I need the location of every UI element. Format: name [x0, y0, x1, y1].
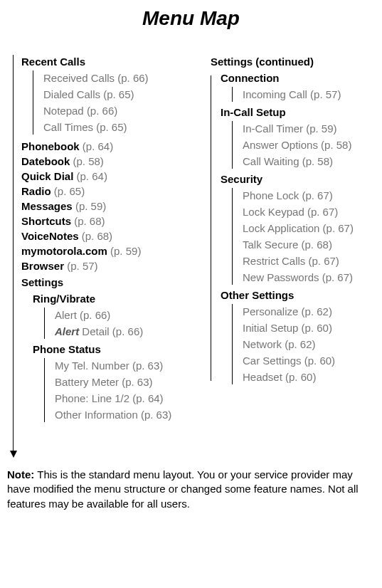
list-item: Network (p. 62) — [243, 337, 375, 352]
heading-security: Security — [221, 173, 375, 185]
list-item: My Tel. Number (p. 63) — [55, 358, 186, 373]
note-text: This is the standard menu layout. You or… — [7, 468, 359, 510]
entry-radio: Radio (p. 65) — [21, 185, 186, 197]
entry-voicenotes: VoiceNotes (p. 68) — [21, 230, 186, 242]
arrow-down-icon — [10, 451, 17, 458]
phone-status-block: My Tel. Number (p. 63) Battery Meter (p.… — [44, 358, 186, 422]
other-settings-block: Personalize (p. 62) Initial Setup (p. 60… — [232, 304, 375, 384]
heading-ring-vibrate: Ring/Vibrate — [33, 293, 186, 305]
recent-calls-block: Received Calls (p. 66) Dialed Calls (p. … — [33, 70, 186, 135]
list-item: Personalize (p. 62) — [243, 304, 375, 319]
list-item: In-Call Timer (p. 59) — [243, 121, 375, 136]
entry-mymotorola: mymotorola.com (p. 59) — [21, 245, 186, 257]
list-item: Received Calls (p. 66) — [43, 70, 186, 85]
list-item: Dialed Calls (p. 65) — [43, 87, 186, 102]
list-item: Car Settings (p. 60) — [243, 353, 375, 368]
right-column: Settings (continued) Connection Incoming… — [207, 51, 375, 451]
footer-note: Note: This is the standard menu layout. … — [7, 468, 375, 511]
list-item: Other Information (p. 63) — [55, 407, 186, 422]
entry-phonebook: Phonebook (p. 64) — [21, 140, 186, 152]
heading-phone-status: Phone Status — [33, 343, 186, 355]
in-call-setup-block: In-Call Timer (p. 59) Answer Options (p.… — [232, 121, 375, 169]
heading-in-call-setup: In-Call Setup — [221, 106, 375, 118]
list-item: Incoming Call (p. 57) — [243, 87, 375, 102]
list-item: Call Times (p. 65) — [43, 120, 186, 135]
entry-messages: Messages (p. 59) — [21, 200, 186, 212]
entry-quick-dial: Quick Dial (p. 64) — [21, 170, 186, 182]
list-item: Answer Options (p. 58) — [243, 137, 375, 152]
ring-vibrate-block: Alert (p. 66) Alert Detail (p. 66) — [44, 308, 186, 339]
tree-line — [13, 55, 14, 451]
connection-block: Incoming Call (p. 57) — [232, 87, 375, 102]
list-item: Headset (p. 60) — [243, 369, 375, 384]
security-block: Phone Lock (p. 67) Lock Keypad (p. 67) L… — [232, 188, 375, 285]
list-item: Initial Setup (p. 60) — [243, 320, 375, 335]
entry-browser: Browser (p. 57) — [21, 260, 186, 272]
list-item: New Passwords (p. 67) — [243, 270, 375, 285]
list-item: Call Waiting (p. 58) — [243, 154, 375, 169]
entry-datebook: Datebook (p. 58) — [21, 155, 186, 167]
heading-other-settings: Other Settings — [221, 289, 375, 301]
entry-shortcuts: Shortcuts (p. 68) — [21, 215, 186, 227]
heading-connection: Connection — [221, 72, 375, 84]
heading-settings-continued: Settings (continued) — [211, 56, 375, 68]
list-item: Battery Meter (p. 63) — [55, 374, 186, 389]
list-item: Talk Secure (p. 68) — [243, 237, 375, 252]
page-title: Menu Map — [7, 7, 375, 30]
note-label: Note: — [7, 468, 34, 481]
list-item: Phone: Line 1/2 (p. 64) — [55, 391, 186, 406]
heading-recent-calls: Recent Calls — [21, 56, 186, 68]
list-item-alert-detail: Alert Detail (p. 66) — [55, 324, 186, 339]
list-item: Restrict Calls (p. 67) — [243, 253, 375, 268]
list-item: Alert (p. 66) — [55, 308, 186, 322]
list-item: Lock Application (p. 67) — [243, 221, 375, 236]
list-item: Phone Lock (p. 67) — [243, 188, 375, 203]
list-item: Lock Keypad (p. 67) — [243, 204, 375, 219]
list-item: Notepad (p. 66) — [43, 103, 186, 118]
left-column: Recent Calls Received Calls (p. 66) Dial… — [7, 51, 186, 451]
heading-settings: Settings — [21, 276, 186, 288]
settings-continued-block: Connection Incoming Call (p. 57) In-Call… — [211, 72, 375, 384]
